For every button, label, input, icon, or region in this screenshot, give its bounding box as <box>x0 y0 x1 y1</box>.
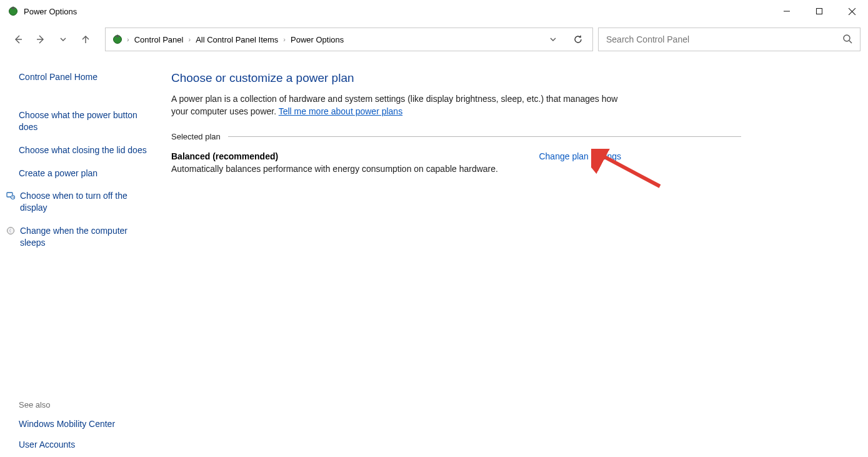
main-panel: Choose or customize a power plan A power… <box>154 71 779 457</box>
see-also-link-label: Windows Mobility Center <box>19 418 115 430</box>
search-input[interactable] <box>606 34 836 44</box>
back-button[interactable] <box>11 33 25 46</box>
chevron-right-icon[interactable]: › <box>283 36 286 43</box>
sidebar-link-turn-off-display[interactable]: Choose when to turn off the display <box>19 190 147 214</box>
window-title: Power Options <box>24 7 77 16</box>
titlebar: Power Options <box>0 0 868 23</box>
see-also-user-accounts[interactable]: User Accounts <box>19 439 147 451</box>
plan-name: Balanced (recommended) <box>171 151 498 161</box>
moon-icon <box>6 226 16 249</box>
address-bar-icon <box>112 34 123 45</box>
breadcrumb: › Control Panel › All Control Panel Item… <box>127 35 539 44</box>
sidebar-link-closing-lid[interactable]: Choose what closing the lid does <box>19 144 147 156</box>
display-clock-icon <box>6 191 16 214</box>
chevron-down-icon[interactable] <box>546 33 560 46</box>
plan-row: Balanced (recommended) Automatically bal… <box>171 151 621 174</box>
selected-plan-label: Selected plan <box>171 132 221 141</box>
see-also-link-label: User Accounts <box>19 439 75 451</box>
selected-plan-header: Selected plan <box>171 132 741 141</box>
see-also-section: See also Windows Mobility Center User Ac… <box>19 400 147 451</box>
svg-point-13 <box>844 35 850 41</box>
window-controls <box>771 0 868 23</box>
sidebar-link-computer-sleeps[interactable]: Change when the computer sleeps <box>19 225 147 249</box>
search-icon[interactable] <box>842 34 852 46</box>
sidebar-item-label: Choose what the power button does <box>19 109 147 133</box>
chevron-right-icon[interactable]: › <box>127 36 129 43</box>
svg-line-14 <box>849 41 852 43</box>
divider <box>228 136 741 137</box>
sidebar-home-link[interactable]: Control Panel Home <box>19 71 147 83</box>
breadcrumb-power-options[interactable]: Power Options <box>291 35 344 44</box>
svg-point-19 <box>7 228 14 234</box>
chevron-right-icon[interactable]: › <box>188 36 191 43</box>
sidebar-link-power-button[interactable]: Choose what the power button does <box>19 109 147 133</box>
power-options-icon <box>7 6 19 17</box>
see-also-label: See also <box>19 400 147 409</box>
recent-locations-button[interactable] <box>56 33 70 46</box>
breadcrumb-all-items[interactable]: All Control Panel Items <box>196 35 278 44</box>
page-title: Choose or customize a power plan <box>171 71 741 85</box>
search-box[interactable] <box>598 28 861 51</box>
svg-rect-12 <box>117 34 117 36</box>
forward-button[interactable] <box>34 33 47 46</box>
sidebar-home-label: Control Panel Home <box>19 71 97 83</box>
sidebar: Control Panel Home Choose what the power… <box>0 71 154 457</box>
svg-rect-4 <box>817 9 822 14</box>
up-button[interactable] <box>79 33 92 46</box>
navigation-row: › Control Panel › All Control Panel Item… <box>0 23 868 56</box>
sidebar-item-label: Choose when to turn off the display <box>20 190 147 214</box>
maximize-button[interactable] <box>803 0 836 23</box>
minimize-button[interactable] <box>771 0 803 23</box>
breadcrumb-control-panel[interactable]: Control Panel <box>134 35 184 44</box>
page-description: A power plan is a collection of hardware… <box>171 93 634 118</box>
sidebar-link-create-plan[interactable]: Create a power plan <box>19 168 147 179</box>
svg-rect-2 <box>12 6 13 8</box>
nav-buttons <box>7 33 100 46</box>
close-button[interactable] <box>836 0 868 23</box>
learn-more-link[interactable]: Tell me more about power plans <box>279 106 402 116</box>
titlebar-left: Power Options <box>7 6 77 17</box>
change-plan-settings-link[interactable]: Change plan settings <box>539 151 621 174</box>
see-also-mobility-center[interactable]: Windows Mobility Center <box>19 418 147 430</box>
content-area: Control Panel Home Choose what the power… <box>0 56 868 457</box>
sidebar-item-label: Create a power plan <box>19 168 97 179</box>
sidebar-item-label: Change when the computer sleeps <box>20 225 147 249</box>
refresh-button[interactable] <box>571 33 585 46</box>
sidebar-item-label: Choose what closing the lid does <box>19 144 147 156</box>
plan-description: Automatically balances performance with … <box>171 164 498 174</box>
address-bar[interactable]: › Control Panel › All Control Panel Item… <box>105 28 593 51</box>
